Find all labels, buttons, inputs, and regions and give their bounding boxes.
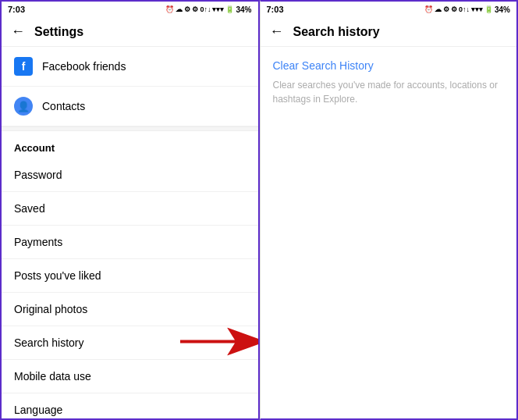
settings-item-password[interactable]: Password xyxy=(2,158,258,192)
payments-label: Payments xyxy=(14,236,62,248)
alarm-icon: ⏰ xyxy=(165,5,174,13)
data-icon: 0↑↓ xyxy=(200,5,211,13)
saved-label: Saved xyxy=(14,202,45,215)
search-history-panel: 7:03 ⏰ ☁ ⚙ ⚙ 0↑↓ ▾▾▾ 🔋 34% ← Search hist… xyxy=(260,0,519,420)
settings-panel: 7:03 ⏰ ☁ ⚙ ⚙ 0↑↓ ▾▾▾ 🔋 34% ← Settings f … xyxy=(0,0,260,420)
left-status-icons: ⏰ ☁ ⚙ ⚙ 0↑↓ ▾▾▾ 🔋 34% xyxy=(165,5,251,14)
settings-list: f Facebook friends 👤 Contacts Account Pa… xyxy=(2,47,258,418)
settings-item-original-photos[interactable]: Original photos xyxy=(2,293,258,326)
left-status-bar: 7:03 ⏰ ☁ ⚙ ⚙ 0↑↓ ▾▾▾ 🔋 34% xyxy=(2,2,258,17)
clear-search-description: Clear searches you've made for accounts,… xyxy=(261,75,517,119)
clear-search-history-button[interactable]: Clear Search History xyxy=(261,47,517,75)
settings-title: Settings xyxy=(34,25,83,39)
right-settings-icon: ⚙ xyxy=(443,5,449,13)
settings-item-posts-liked[interactable]: Posts you've liked xyxy=(2,259,258,293)
settings-item-payments[interactable]: Payments xyxy=(2,226,258,259)
right-status-bar: 7:03 ⏰ ☁ ⚙ ⚙ 0↑↓ ▾▾▾ 🔋 34% xyxy=(261,2,517,17)
right-wifi-icon: ▾▾▾ xyxy=(471,5,483,13)
right-time: 7:03 xyxy=(267,5,284,14)
cloud-icon: ☁ xyxy=(176,5,183,13)
right-alarm-icon: ⏰ xyxy=(424,5,433,13)
settings-item-facebook-friends[interactable]: f Facebook friends xyxy=(2,47,258,87)
posts-liked-label: Posts you've liked xyxy=(14,269,101,282)
right-battery-percent: 34% xyxy=(495,5,510,14)
red-arrow-indicator xyxy=(180,328,258,358)
settings-top-bar: ← Settings xyxy=(2,17,258,47)
search-history-back-button[interactable]: ← xyxy=(270,23,284,40)
search-history-top-bar: ← Search history xyxy=(261,17,517,47)
right-cloud-icon: ☁ xyxy=(435,5,442,13)
password-label: Password xyxy=(14,169,62,181)
battery-percent: 34% xyxy=(236,5,251,14)
facebook-icon: f xyxy=(14,57,33,76)
account-section-label: Account xyxy=(2,131,258,158)
search-history-label: Search history xyxy=(14,336,83,349)
settings-item-language[interactable]: Language xyxy=(2,393,258,418)
battery-icon: 🔋 xyxy=(225,5,234,13)
facebook-friends-label: Facebook friends xyxy=(42,60,126,73)
original-photos-label: Original photos xyxy=(14,303,87,315)
right-battery-icon: 🔋 xyxy=(484,5,493,13)
right-status-icons: ⏰ ☁ ⚙ ⚙ 0↑↓ ▾▾▾ 🔋 34% xyxy=(424,5,510,14)
settings-item-search-history[interactable]: Search history xyxy=(2,326,258,360)
settings-icon2-status: ⚙ xyxy=(192,5,198,13)
settings-item-contacts[interactable]: 👤 Contacts xyxy=(2,87,258,126)
settings-icon-status: ⚙ xyxy=(184,5,190,13)
left-time: 7:03 xyxy=(8,5,25,14)
svg-marker-0 xyxy=(180,328,258,356)
wifi-icon: ▾▾▾ xyxy=(212,5,224,13)
settings-item-saved[interactable]: Saved xyxy=(2,192,258,226)
right-settings-icon2: ⚙ xyxy=(451,5,457,13)
settings-item-mobile-data-use[interactable]: Mobile data use xyxy=(2,360,258,393)
mobile-data-use-label: Mobile data use xyxy=(14,370,91,383)
back-button[interactable]: ← xyxy=(11,23,25,40)
search-history-title: Search history xyxy=(293,25,380,39)
right-data-icon: 0↑↓ xyxy=(459,5,470,13)
language-label: Language xyxy=(14,404,62,416)
contacts-label: Contacts xyxy=(42,100,85,112)
contacts-icon: 👤 xyxy=(14,97,33,116)
